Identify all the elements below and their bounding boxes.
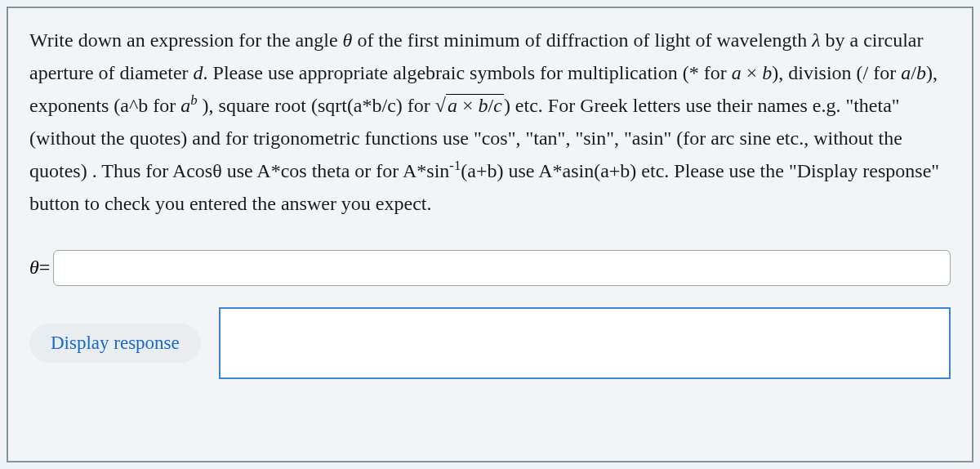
slash-text: / xyxy=(911,62,916,83)
answer-theta: θ xyxy=(29,257,39,278)
lambda-symbol: λ xyxy=(812,29,820,51)
prompt-text-7: ), square root (sqrt(a*b/c) for xyxy=(198,95,435,116)
sqrt-b: b xyxy=(479,95,488,116)
a-var: a xyxy=(732,62,742,83)
response-display-box xyxy=(219,307,951,379)
question-panel: Write down an expression for the angle θ… xyxy=(7,7,973,462)
b-superscript: b xyxy=(190,92,197,108)
sqrt-expression: √a × b/c xyxy=(435,90,504,123)
d-var: d xyxy=(194,62,203,83)
sqrt-radicand: a × b/c xyxy=(446,94,504,116)
prompt-text-1: Write down an expression for the angle xyxy=(29,29,343,51)
b-var: b xyxy=(762,62,772,83)
answer-row: θ= xyxy=(29,250,951,286)
sqrt-times: × xyxy=(457,95,479,116)
neg1-superscript: -1 xyxy=(449,158,461,173)
question-prompt: Write down an expression for the angle θ… xyxy=(29,25,951,221)
sqrt-c: c xyxy=(493,95,502,116)
answer-input[interactable] xyxy=(53,250,951,286)
sqrt-symbol: √ xyxy=(435,95,446,116)
answer-equals: = xyxy=(39,257,51,278)
a-var-2: a xyxy=(901,62,911,83)
a-var-3: a xyxy=(180,95,190,116)
theta-symbol: θ xyxy=(343,29,353,51)
prompt-text-4: . Please use appropriate algebraic symbo… xyxy=(203,62,732,83)
answer-label: θ= xyxy=(29,257,50,279)
b-var-2: b xyxy=(916,62,926,83)
display-response-button[interactable]: Display response xyxy=(29,324,201,363)
sqrt-a: a xyxy=(448,95,457,116)
times-symbol: × xyxy=(742,62,763,83)
response-row: Display response xyxy=(29,307,951,379)
prompt-text-5: ), division (/ for xyxy=(772,62,901,83)
prompt-text-2: of the first minimum of diffraction of l… xyxy=(352,29,812,51)
